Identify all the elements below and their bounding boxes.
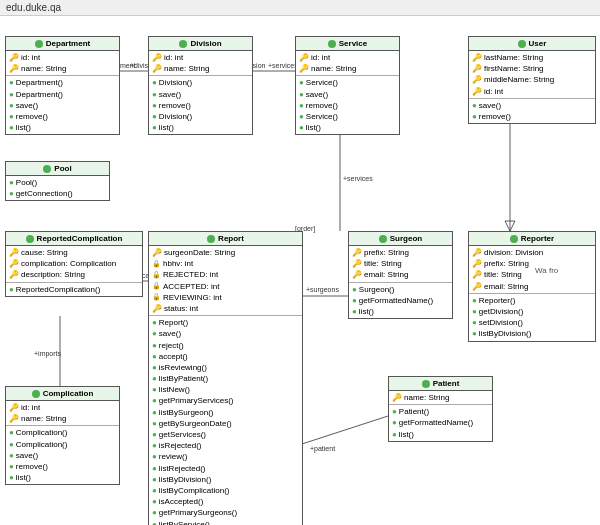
report-fields: 🔑surgeonDate: String 🔒hbhv: int 🔒REJECTE…	[149, 246, 302, 316]
uml-header-reporter: Reporter	[469, 232, 595, 246]
uml-box-surgeon: Surgeon 🔑prefix: String 🔑title: String 🔑…	[348, 231, 453, 319]
uml-box-reporter: Reporter 🔑division: Division 🔑prefix: St…	[468, 231, 596, 342]
uml-header-division: Division	[149, 37, 252, 51]
browser-bar: edu.duke.qa	[0, 0, 600, 16]
svg-text:+services: +services	[343, 175, 373, 182]
uml-box-division: Division 🔑id: int 🔑name: String ●Divisio…	[148, 36, 253, 135]
report-methods: ●Report() ●save() ●reject() ●accept() ●i…	[149, 316, 302, 525]
wa-fro-label: Wa fro	[535, 266, 558, 275]
reporter-fields: 🔑division: Division 🔑prefix: String 🔑tit…	[469, 246, 595, 294]
rc-fields: 🔑cause: String 🔑complication: Complicati…	[6, 246, 142, 283]
rc-title: ReportedComplication	[37, 234, 123, 243]
svg-text:+surgeons: +surgeons	[306, 286, 339, 294]
diagram-area: +department +divisions +division +servic…	[0, 16, 600, 525]
user-title: User	[529, 39, 547, 48]
patient-methods: ●Patient() ●getFormattedName() ●list()	[389, 405, 492, 441]
report-title: Report	[218, 234, 244, 243]
pool-methods: ●Pool() ●getConnection()	[6, 176, 109, 200]
svg-text:+services: +services	[268, 62, 298, 69]
svc-fields: 🔑id: int 🔑name: String	[296, 51, 399, 76]
comp-fields: 🔑id: int 🔑name: String	[6, 401, 119, 426]
surgeon-methods: ●Surgeon() ●getFormattedName() ●list()	[349, 283, 452, 319]
uml-box-report: Report 🔑surgeonDate: String 🔒hbhv: int 🔒…	[148, 231, 303, 525]
div-fields: 🔑id: int 🔑name: String	[149, 51, 252, 76]
pool-title: Pool	[54, 164, 71, 173]
comp-methods: ●Complication() ●Complication() ●save() …	[6, 426, 119, 484]
div-methods: ●Division() ●save() ●remove() ●Division(…	[149, 76, 252, 134]
surgeon-title: Surgeon	[390, 234, 422, 243]
uml-box-service: Service 🔑id: int 🔑name: String ●Service(…	[295, 36, 400, 135]
uml-header-rc: ReportedComplication	[6, 232, 142, 246]
uml-header-department: Department	[6, 37, 119, 51]
uml-header-patient: Patient	[389, 377, 492, 391]
uml-box-complication: Complication 🔑id: int 🔑name: String ●Com…	[5, 386, 120, 485]
uml-box-patient: Patient 🔑name: String ●Patient() ●getFor…	[388, 376, 493, 442]
reporter-title: Reporter	[521, 234, 554, 243]
svc-title: Service	[339, 39, 367, 48]
uml-header-user: User	[469, 37, 595, 51]
svg-text:+patient: +patient	[310, 445, 335, 453]
dept-methods: ●Department() ●Department() ●save() ●rem…	[6, 76, 119, 134]
user-methods: ●save() ●remove()	[469, 99, 595, 123]
patient-fields: 🔑name: String	[389, 391, 492, 405]
comp-title: Complication	[43, 389, 94, 398]
uml-box-user: User 🔑lastName: String 🔑firstName: Strin…	[468, 36, 596, 124]
uml-header-surgeon: Surgeon	[349, 232, 452, 246]
patient-title: Patient	[433, 379, 460, 388]
uml-box-reported-complication: ReportedComplication 🔑cause: String 🔑com…	[5, 231, 143, 297]
surgeon-fields: 🔑prefix: String 🔑title: String 🔑email: S…	[349, 246, 452, 283]
uml-header-report: Report	[149, 232, 302, 246]
browser-url: edu.duke.qa	[6, 2, 61, 13]
svc-methods: ●Service() ●save() ●remove() ●Service() …	[296, 76, 399, 134]
uml-header-service: Service	[296, 37, 399, 51]
user-fields: 🔑lastName: String 🔑firstName: String 🔑mi…	[469, 51, 595, 99]
svg-text:+imports: +imports	[34, 350, 62, 358]
dept-fields: 🔑id: int 🔑name: String	[6, 51, 119, 76]
svg-marker-9	[505, 221, 515, 231]
reporter-methods: ●Reporter() ●getDivision() ●setDivision(…	[469, 294, 595, 341]
uml-header-complication: Complication	[6, 387, 119, 401]
uml-box-pool: Pool ●Pool() ●getConnection()	[5, 161, 110, 201]
dept-title: Department	[46, 39, 90, 48]
uml-box-department: Department 🔑id: int 🔑name: String ●Depar…	[5, 36, 120, 135]
rc-methods: ●ReportedComplication()	[6, 283, 142, 296]
uml-header-pool: Pool	[6, 162, 109, 176]
div-title: Division	[190, 39, 221, 48]
